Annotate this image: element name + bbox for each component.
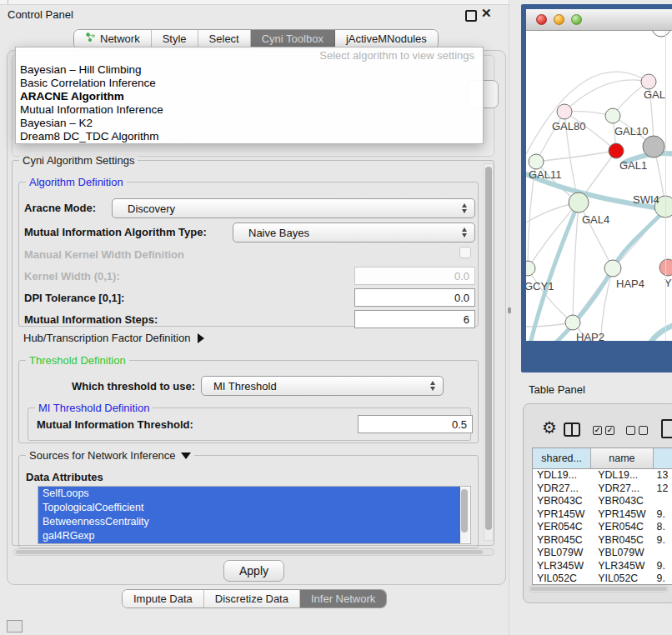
table-row[interactable]: YBL079WYBL079W	[533, 547, 672, 560]
algorithm-option[interactable]: ARACNE Algorithm	[16, 90, 483, 103]
float-panel-icon[interactable]	[465, 10, 477, 22]
list-scrollbar[interactable]	[460, 488, 469, 542]
zoom-traffic-light-icon[interactable]	[571, 14, 582, 25]
table-row[interactable]: YLR345WYLR345W9.	[533, 560, 672, 573]
tab-label: Network	[100, 30, 140, 48]
apply-button[interactable]: Apply	[223, 560, 284, 582]
table-body: YDL19...YDL19...13YDR27...YDR27...12YBR0…	[533, 469, 672, 584]
collapse-arrow-icon[interactable]	[181, 452, 191, 459]
close-icon[interactable]: ✕	[481, 6, 492, 21]
column-header-1[interactable]: shared...	[533, 448, 591, 468]
gear-icon[interactable]: ⚙	[542, 419, 557, 436]
table-cell: YER054C	[533, 521, 591, 534]
network-node[interactable]	[641, 74, 656, 89]
new-table-icon[interactable]	[661, 419, 672, 438]
split-divider[interactable]	[509, 0, 509, 635]
hub-definition-expander[interactable]: Hub/Transcription Factor Definition	[23, 332, 204, 344]
split-divider-handle[interactable]	[508, 308, 511, 313]
network-node[interactable]	[565, 315, 580, 330]
close-traffic-light-icon[interactable]	[536, 14, 547, 25]
network-edge[interactable]	[573, 202, 579, 322]
data-attribute-item[interactable]: BetweennessCentrality	[38, 515, 460, 529]
network-node-label: GAL4	[582, 213, 609, 226]
network-edge[interactable]	[564, 80, 649, 112]
tab-style[interactable]: Style	[152, 30, 198, 48]
which-threshold-label: Which threshold to use:	[72, 380, 195, 392]
table-cell: YBR045C	[533, 534, 591, 548]
table-cell: 9.	[654, 572, 672, 584]
network-node[interactable]	[526, 261, 535, 276]
settings-horizontal-scrollbar[interactable]	[13, 548, 494, 556]
table-cell: YLR345W	[591, 560, 653, 573]
table-row[interactable]: YER054CYER054C8.	[533, 521, 672, 534]
network-edge[interactable]	[536, 112, 564, 162]
select-all-columns-icon[interactable]: ✓✓	[593, 426, 614, 435]
algorithm-option[interactable]: Mutual Information Inference	[16, 103, 483, 117]
network-edge-thick[interactable]	[644, 324, 672, 341]
network-node[interactable]	[605, 108, 620, 123]
aracne-mode-select[interactable]: Discovery	[112, 198, 475, 218]
kernel-width-field[interactable]: 0.0	[354, 267, 475, 285]
minimize-traffic-light-icon[interactable]	[554, 14, 564, 25]
tab-cyni-toolbox[interactable]: Cyni Toolbox	[251, 30, 335, 48]
data-attribute-item[interactable]: SelfLoops	[38, 487, 460, 501]
table-row[interactable]: YDL19...YDL19...13	[533, 469, 672, 482]
network-node-label: SWI4	[633, 193, 659, 206]
panel-grip[interactable]	[7, 620, 23, 632]
tab-jactivemnodules[interactable]: jActiveMNodules	[335, 30, 438, 48]
tab-network[interactable]: Network	[74, 30, 152, 48]
network-edge[interactable]	[579, 202, 613, 268]
columns-icon[interactable]	[564, 422, 580, 437]
network-node[interactable]	[643, 136, 664, 158]
mi-steps-field[interactable]: 6	[354, 310, 475, 328]
network-edge[interactable]	[526, 72, 649, 154]
table-cell: YER054C	[591, 521, 653, 534]
table-cell: YLR345W	[533, 560, 591, 573]
table-row[interactable]: YIL052CYIL052C9.	[533, 572, 672, 584]
table-cell: YIL052C	[533, 572, 591, 584]
table-row[interactable]: YBR043CYBR043C	[533, 495, 672, 508]
manual-kernel-checkbox[interactable]	[459, 247, 471, 258]
table-row[interactable]: YPR145WYPR145W9.	[533, 508, 672, 522]
which-threshold-select[interactable]: MI Threshold	[201, 376, 444, 396]
table-horizontal-scrollbar[interactable]	[529, 585, 669, 592]
data-attribute-item[interactable]: gal4RGexp	[38, 529, 460, 543]
table-cell: 13	[654, 469, 672, 482]
tab-select[interactable]: Select	[198, 30, 251, 48]
algorithm-placeholder: Select algorithm to view settings	[16, 48, 483, 63]
table-row[interactable]: YDR27...YDR27...12	[533, 482, 672, 496]
threshold-definition-frame: Threshold Definition Which threshold to …	[18, 360, 479, 443]
network-node[interactable]	[609, 143, 624, 158]
table-cell	[654, 495, 672, 508]
deselect-all-columns-icon[interactable]	[626, 426, 648, 435]
mi-type-select[interactable]: Naive Bayes	[233, 222, 475, 242]
algorithm-option[interactable]: Bayesian – K2	[16, 117, 483, 130]
dpi-tolerance-field[interactable]: 0.0	[354, 288, 475, 307]
tab-impute-data[interactable]: Impute Data	[123, 590, 204, 608]
tab-label: Infer Network	[311, 590, 375, 608]
algorithm-option[interactable]: Dream8 DC_TDC Algorithm	[16, 130, 483, 143]
column-header-3[interactable]: A	[654, 448, 672, 468]
table-row[interactable]: YBR045CYBR045C9.	[533, 534, 672, 548]
network-edge-thick[interactable]	[526, 210, 665, 341]
algorithm-option[interactable]: Basic Correlation Inference	[16, 77, 483, 90]
aracne-mode-label: Aracne Mode:	[24, 202, 96, 214]
column-header-2[interactable]: name	[591, 448, 653, 468]
network-edge[interactable]	[528, 202, 579, 268]
network-node[interactable]	[529, 154, 544, 169]
tab-infer-network[interactable]: Infer Network	[300, 590, 386, 608]
network-node[interactable]	[604, 260, 621, 277]
network-canvas[interactable]: GALGAL80GAL10GAL1GAL11SWI4GAL4GCY1HAP4YH…	[526, 31, 672, 341]
data-attribute-item[interactable]: TopologicalCoefficient	[38, 501, 460, 515]
app-root: Control Panel ✕ NetworkStyleSelectCyni T…	[0, 0, 672, 635]
mi-threshold-field[interactable]: 0.5	[358, 415, 473, 433]
network-node[interactable]	[569, 192, 589, 212]
table-cell: 8.	[654, 521, 672, 534]
tab-discretize-data[interactable]: Discretize Data	[204, 590, 300, 608]
settings-vertical-scrollbar[interactable]	[484, 163, 494, 541]
network-node[interactable]	[557, 104, 572, 119]
algorithm-option[interactable]: Bayesian – Hill Climbing	[16, 63, 483, 77]
network-edge[interactable]	[536, 151, 616, 162]
network-node-label: GAL80	[552, 120, 585, 132]
network-node[interactable]	[652, 31, 670, 37]
